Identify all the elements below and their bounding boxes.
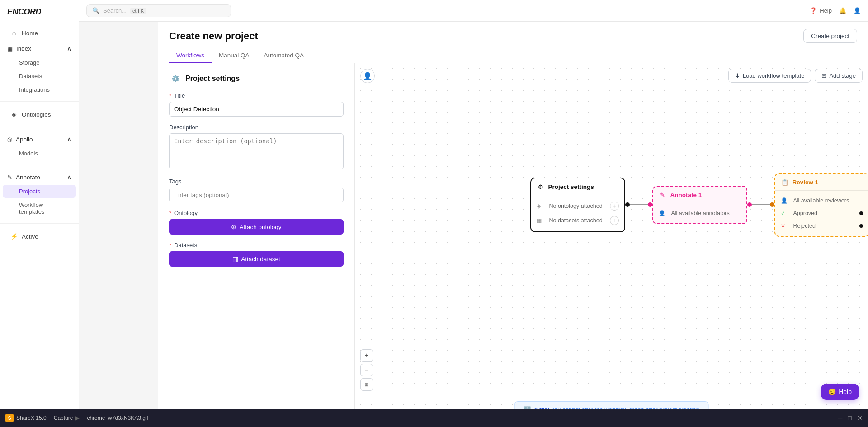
taskbar-capture[interactable]: Capture ▶	[54, 415, 80, 421]
workflow-nodes: ⚙ Project settings ◈ No ontology attache…	[530, 173, 868, 237]
sidebar-item-workflow-templates[interactable]: Workflow templates	[3, 198, 76, 218]
load-workflow-template-button[interactable]: ⬇ Load workflow template	[728, 69, 811, 83]
settings-icon: ⚙	[537, 183, 545, 191]
node-review: 📋 Review 1 👤 All available reviewers	[774, 173, 868, 237]
zoom-controls: + − ▦	[360, 349, 373, 391]
sidebar-group-apollo[interactable]: ◎ Apollo ∧	[0, 132, 79, 146]
add-stage-button[interactable]: ⊞ Add stage	[815, 69, 863, 83]
datasets-label: * Datasets	[169, 242, 344, 249]
zoom-in-button[interactable]: +	[360, 349, 373, 362]
node-annotate-body: 👤 All available annotators	[653, 203, 746, 223]
panel-section-title: Project settings	[185, 75, 240, 83]
form-group-description: Description	[169, 124, 344, 171]
connector-1	[625, 202, 652, 207]
connector-line-1	[630, 204, 648, 205]
approved-icon: ✓	[781, 210, 788, 217]
taskbar: S ShareX 15.0 Capture ▶ chrome_w7d3xN3KA…	[0, 409, 868, 427]
tags-input[interactable]	[169, 188, 344, 202]
tab-automated-qa[interactable]: Automated QA	[257, 48, 311, 63]
notifications-icon[interactable]: 🔔	[839, 7, 846, 14]
node-project-settings: ⚙ Project settings ◈ No ontology attache…	[530, 178, 625, 232]
canvas-person-button[interactable]: 👤	[360, 69, 375, 83]
sidebar-item-home[interactable]: ⌂ Home	[3, 25, 76, 41]
user-icon[interactable]: 👤	[854, 7, 861, 14]
tab-manual-qa[interactable]: Manual QA	[212, 48, 257, 63]
form-group-tags: Tags	[169, 178, 344, 202]
search-bar[interactable]: 🔍 Search... ctrl K	[86, 4, 231, 17]
canvas-area: 👤 ⬇ Load workflow template ⊞ Add stage	[355, 63, 868, 427]
attach-dataset-button[interactable]: ▦ Attach dataset	[169, 251, 344, 267]
download-icon: ⬇	[735, 72, 740, 79]
connector-dot-1	[625, 202, 630, 207]
sidebar-group-annotate[interactable]: ✎ Annotate ∧	[0, 170, 79, 184]
index-icon: ▦	[7, 45, 13, 52]
form-group-datasets: * Datasets ▦ Attach dataset	[169, 242, 344, 267]
chevron-up-icon-annotate: ∧	[67, 174, 71, 181]
attach-dataset-icon: ▦	[232, 255, 238, 263]
connector-line-2	[752, 204, 770, 205]
dataset-node-icon: ▦	[537, 217, 544, 224]
sidebar-item-models[interactable]: Models	[3, 147, 76, 160]
panel-section-header: ⚙️ Project settings	[169, 72, 344, 85]
search-shortcut: ctrl K	[130, 8, 146, 14]
node-review-header: 📋 Review 1	[775, 174, 868, 191]
node-review-body: 👤 All available reviewers ✓ Approved	[775, 191, 868, 236]
sidebar-group-index[interactable]: ▦ Index ∧	[0, 41, 79, 56]
connector-2	[747, 202, 774, 207]
connector-dot-3	[747, 202, 752, 207]
node-project-settings-title: Project settings	[548, 183, 594, 190]
zoom-out-button[interactable]: −	[360, 364, 373, 376]
create-project-button[interactable]: Create project	[803, 29, 857, 43]
node-row-ontology: ◈ No ontology attached +	[531, 199, 624, 213]
node-project-settings-header: ⚙ Project settings	[531, 178, 624, 195]
title-label: * Title	[169, 92, 344, 99]
minimize-button[interactable]: ─	[838, 414, 843, 422]
ontologies-icon: ◈	[10, 110, 18, 118]
zoom-level: ▦	[360, 378, 373, 391]
workflow-area: ⚙️ Project settings * Title Description …	[158, 63, 868, 427]
home-icon: ⌂	[10, 29, 18, 37]
add-ontology-button[interactable]: +	[610, 202, 619, 211]
rejected-icon: ✕	[781, 222, 788, 230]
left-panel: ⚙️ Project settings * Title Description …	[158, 63, 355, 427]
sharex-logo: S	[5, 414, 14, 422]
form-group-ontology: * Ontology ⊕ Attach ontology	[169, 210, 344, 235]
attach-ontology-button[interactable]: ⊕ Attach ontology	[169, 219, 344, 235]
sidebar-item-storage[interactable]: Storage	[3, 56, 76, 69]
topbar: 🔍 Search... ctrl K ❓ Help 🔔 👤	[79, 0, 868, 22]
node-annotate: ✎ Annotate 1 👤 All available annotators	[652, 186, 747, 224]
tab-workflows[interactable]: Workflows	[169, 48, 212, 63]
close-button[interactable]: ✕	[857, 414, 863, 422]
approved-connector	[859, 211, 863, 215]
sidebar-item-ontologies[interactable]: ◈ Ontologies	[3, 107, 76, 122]
node-annotate-header: ✎ Annotate 1	[653, 187, 746, 203]
rejected-connector	[859, 224, 863, 228]
review-node-icon: 📋	[781, 178, 789, 187]
help-link[interactable]: ❓ Help	[810, 7, 832, 14]
node-row-rejected: ✕ Rejected	[775, 220, 868, 232]
page-title: Create new project	[169, 30, 258, 42]
search-icon: 🔍	[92, 7, 99, 14]
description-label: Description	[169, 124, 344, 131]
maximize-button[interactable]: □	[848, 414, 852, 422]
node-row-datasets: ▦ No datasets attached +	[531, 213, 624, 228]
taskbar-app[interactable]: S ShareX 15.0	[5, 414, 47, 422]
annotators-icon: 👤	[659, 210, 666, 217]
title-input[interactable]	[169, 102, 344, 117]
sidebar-item-active[interactable]: ⚡ Active	[3, 229, 76, 244]
sidebar-item-integrations[interactable]: Integrations	[3, 83, 76, 96]
node-row-approved: ✓ Approved	[775, 207, 868, 220]
help-fab-icon: 😊	[828, 388, 836, 395]
sidebar-item-projects[interactable]: Projects	[3, 185, 76, 198]
description-textarea[interactable]	[169, 133, 344, 169]
sidebar-item-datasets[interactable]: Datasets	[3, 70, 76, 83]
node-annotate-title: Annotate 1	[670, 192, 702, 198]
chevron-up-icon: ∧	[67, 45, 71, 52]
help-fab[interactable]: 😊 Help	[821, 384, 859, 400]
annotate-node-icon: ✎	[659, 191, 667, 199]
taskbar-file: chrome_w7d3xN3KA3.gif	[87, 415, 148, 421]
reviewers-icon: 👤	[781, 197, 788, 204]
node-review-title: Review 1	[793, 179, 819, 186]
add-dataset-button[interactable]: +	[610, 216, 619, 225]
page-header: Create new project Create project	[158, 22, 868, 43]
